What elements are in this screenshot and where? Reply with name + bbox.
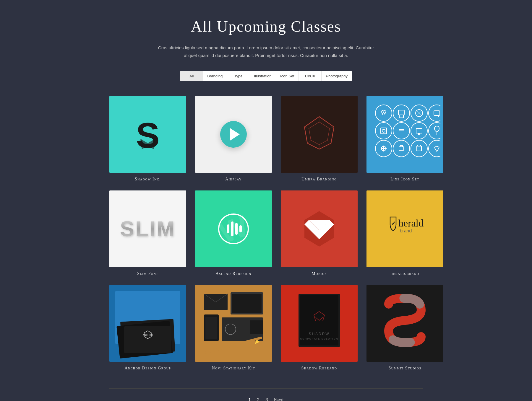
page-next-button[interactable]: Next <box>274 397 284 401</box>
filter-tab-illustration[interactable]: Illustration <box>250 71 276 81</box>
svg-point-28 <box>411 123 427 139</box>
list-item[interactable]: Mobius <box>281 190 358 276</box>
card-mobius-label: Mobius <box>312 271 327 276</box>
svg-line-15 <box>304 127 309 128</box>
card-shadow-rebrand-image: SHADRW CORPORATE SOLUTION <box>281 285 358 362</box>
card-herald-image: herald .brand <box>366 190 443 267</box>
page-num-1[interactable]: 1 <box>248 397 251 401</box>
svg-line-5 <box>331 127 334 143</box>
airplay-circle <box>220 121 247 148</box>
svg-text:CORPORATE SOLUTION: CORPORATE SOLUTION <box>300 338 338 340</box>
svg-point-22 <box>429 105 440 121</box>
list-item[interactable]: S Shadow Inc. <box>109 96 186 182</box>
card-line-icon-image <box>366 96 443 173</box>
svg-point-24 <box>375 123 392 139</box>
card-shadow-inc-label: Shadow Inc. <box>135 177 161 182</box>
card-airplay-label: Airplay <box>225 177 242 182</box>
svg-line-6 <box>319 143 331 149</box>
svg-rect-23 <box>434 111 440 115</box>
filter-tab-photography[interactable]: Photography <box>322 71 352 81</box>
pagination: 1 2 3 Next <box>109 388 423 401</box>
svg-rect-58 <box>232 294 262 313</box>
card-airplay-image <box>195 96 272 173</box>
svg-text:SHADRW: SHADRW <box>309 332 330 336</box>
card-novi-label: Novi Stationary Kit <box>212 366 255 371</box>
card-summit-label: Summit Studios <box>388 366 421 371</box>
list-item[interactable]: Line Icon Set <box>366 96 443 182</box>
card-anchor-label: Anchor Design Group <box>125 366 171 371</box>
page-num-2[interactable]: 2 <box>257 397 259 401</box>
svg-rect-18 <box>398 110 404 115</box>
svg-line-12 <box>327 140 331 143</box>
card-slim-label: Slim Font <box>137 271 158 276</box>
svg-text:ANCHOR: ANCHOR <box>143 334 153 336</box>
list-item[interactable]: Umbra Branding <box>281 96 358 182</box>
svg-point-33 <box>393 140 410 157</box>
list-item[interactable]: W Ascend Redesign <box>195 190 272 276</box>
svg-line-9 <box>304 117 319 127</box>
svg-line-14 <box>307 140 311 143</box>
filter-tab-all[interactable]: All <box>180 71 203 81</box>
card-slim-image: SLIM SLIM <box>109 190 186 267</box>
filter-bar: All Branding Type Illustration Icon Set … <box>109 71 423 81</box>
card-herald-label: herald.brand <box>390 271 419 276</box>
page-num-3[interactable]: 3 <box>265 397 268 401</box>
svg-text:SLIM: SLIM <box>120 217 176 241</box>
filter-tab-branding[interactable]: Branding <box>203 71 227 81</box>
svg-point-16 <box>375 105 392 121</box>
list-item[interactable]: Novi Stationary Kit <box>195 285 272 371</box>
svg-rect-29 <box>416 128 422 133</box>
svg-rect-65 <box>250 320 263 334</box>
list-item[interactable]: Summit Studios <box>366 285 443 371</box>
svg-line-4 <box>319 117 334 127</box>
card-umbra-label: Umbra Branding <box>301 177 337 182</box>
svg-rect-53 <box>124 326 171 353</box>
page-title: All Upcoming Classes <box>109 18 423 35</box>
svg-point-35 <box>411 140 427 157</box>
svg-rect-43 <box>235 223 238 235</box>
svg-marker-3 <box>309 122 330 145</box>
filter-tab-type[interactable]: Type <box>227 71 250 81</box>
card-novi-image <box>195 285 272 362</box>
svg-line-11 <box>330 127 334 128</box>
svg-rect-60 <box>205 317 217 339</box>
svg-text:S: S <box>136 115 160 155</box>
filter-tab-uiux[interactable]: UI/UX <box>299 71 322 81</box>
card-anchor-image: ANCHOR <box>109 285 186 362</box>
svg-rect-42 <box>231 221 233 236</box>
svg-line-7 <box>307 143 319 149</box>
svg-rect-44 <box>239 225 242 232</box>
list-item[interactable]: ANCHOR Anchor Design Group <box>109 285 186 371</box>
page-description: Cras ultricies ligula sed magna dictum p… <box>157 44 375 59</box>
svg-rect-34 <box>399 147 404 150</box>
svg-point-17 <box>393 105 410 121</box>
filter-tabs: All Branding Type Illustration Icon Set … <box>180 71 352 81</box>
svg-rect-25 <box>381 128 387 134</box>
filter-tab-iconset[interactable]: Icon Set <box>276 71 299 81</box>
svg-line-8 <box>304 127 307 143</box>
list-item[interactable]: Airplay <box>195 96 272 182</box>
card-ascend-label: Ascend Redesign <box>215 271 251 276</box>
card-umbra-image <box>281 96 358 173</box>
play-icon <box>230 128 240 141</box>
list-item[interactable]: SHADRW CORPORATE SOLUTION Shadow Rebrand <box>281 285 358 371</box>
card-summit-image <box>366 285 443 362</box>
card-line-icon-label: Line Icon Set <box>390 177 419 182</box>
card-mobius-image <box>281 190 358 267</box>
svg-text:.brand: .brand <box>398 228 412 233</box>
card-ascend-image: W <box>195 190 272 267</box>
svg-text:herald: herald <box>398 218 424 229</box>
list-item[interactable]: SLIM SLIM Slim Font <box>109 190 186 276</box>
list-item[interactable]: herald .brand herald.brand <box>366 190 443 276</box>
card-shadow-inc-image: S <box>109 96 186 173</box>
svg-rect-41 <box>227 224 229 233</box>
svg-point-26 <box>382 129 385 132</box>
card-shadow-rebrand-label: Shadow Rebrand <box>301 366 337 371</box>
svg-rect-19 <box>399 115 403 118</box>
items-grid: S Shadow Inc. Airplay <box>109 96 423 371</box>
